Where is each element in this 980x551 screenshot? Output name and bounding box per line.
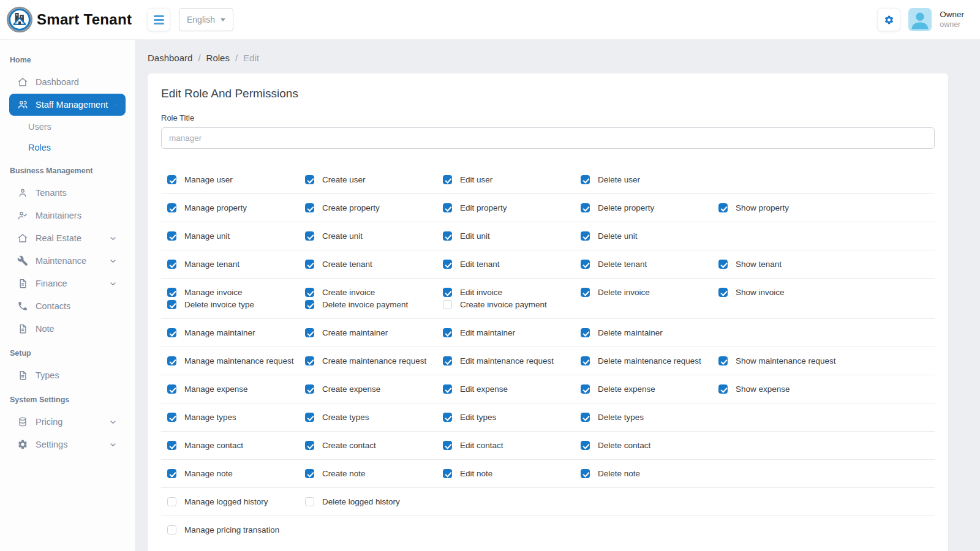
sidebar-item-dashboard[interactable]: Dashboard bbox=[9, 71, 126, 93]
checkbox-unchecked[interactable] bbox=[167, 497, 176, 506]
checkbox-checked[interactable] bbox=[305, 288, 314, 297]
checkbox-checked[interactable] bbox=[581, 384, 590, 394]
permission-show-property[interactable]: Show property bbox=[718, 203, 856, 212]
permission-show-maintenance-request[interactable]: Show maintenance request bbox=[718, 356, 856, 365]
permission-delete-types[interactable]: Delete types bbox=[581, 413, 718, 422]
permission-edit-tenant[interactable]: Edit tenant bbox=[443, 260, 581, 269]
permission-delete-tenant[interactable]: Delete tenant bbox=[581, 260, 718, 269]
checkbox-checked[interactable] bbox=[581, 175, 590, 184]
checkbox-checked[interactable] bbox=[443, 231, 452, 241]
sidebar-item-types[interactable]: Types bbox=[9, 364, 126, 386]
permission-edit-property[interactable]: Edit property bbox=[443, 203, 581, 212]
permission-edit-contact[interactable]: Edit contact bbox=[443, 441, 581, 450]
permission-delete-invoice-payment[interactable]: Delete invoice payment bbox=[305, 300, 443, 309]
checkbox-checked[interactable] bbox=[305, 469, 314, 478]
checkbox-checked[interactable] bbox=[718, 203, 728, 212]
checkbox-checked[interactable] bbox=[305, 328, 314, 337]
avatar[interactable] bbox=[908, 8, 932, 31]
checkbox-checked[interactable] bbox=[718, 260, 728, 269]
permission-create-types[interactable]: Create types bbox=[305, 413, 443, 422]
checkbox-checked[interactable] bbox=[718, 288, 728, 297]
sidebar-item-finance[interactable]: Finance bbox=[9, 272, 126, 294]
permission-delete-note[interactable]: Delete note bbox=[581, 469, 718, 478]
permission-create-property[interactable]: Create property bbox=[305, 203, 443, 212]
checkbox-checked[interactable] bbox=[167, 328, 176, 337]
checkbox-checked[interactable] bbox=[167, 203, 176, 212]
language-dropdown[interactable]: English bbox=[179, 8, 233, 31]
checkbox-checked[interactable] bbox=[581, 260, 590, 269]
sidebar-item-pricing[interactable]: Pricing bbox=[9, 411, 126, 433]
checkbox-checked[interactable] bbox=[305, 231, 314, 241]
checkbox-checked[interactable] bbox=[305, 175, 314, 184]
permission-show-expense[interactable]: Show expense bbox=[718, 384, 856, 394]
checkbox-checked[interactable] bbox=[167, 384, 176, 394]
checkbox-checked[interactable] bbox=[718, 356, 728, 365]
sidebar-item-note[interactable]: Note bbox=[9, 318, 126, 340]
sidebar-item-settings[interactable]: Settings bbox=[9, 433, 126, 455]
permission-create-contact[interactable]: Create contact bbox=[305, 441, 443, 450]
checkbox-checked[interactable] bbox=[305, 441, 314, 450]
permission-manage-pricing-transation[interactable]: Manage pricing transation bbox=[167, 525, 305, 534]
checkbox-checked[interactable] bbox=[581, 413, 590, 422]
checkbox-checked[interactable] bbox=[167, 413, 176, 422]
sidebar-subitem-users[interactable]: Users bbox=[0, 116, 135, 137]
permission-create-tenant[interactable]: Create tenant bbox=[305, 260, 443, 269]
checkbox-checked[interactable] bbox=[443, 469, 452, 478]
checkbox-checked[interactable] bbox=[305, 384, 314, 394]
permission-create-invoice[interactable]: Create invoice bbox=[305, 288, 443, 297]
permission-manage-contact[interactable]: Manage contact bbox=[167, 441, 305, 450]
permission-edit-note[interactable]: Edit note bbox=[443, 469, 581, 478]
checkbox-checked[interactable] bbox=[443, 384, 452, 394]
permission-create-expense[interactable]: Create expense bbox=[305, 384, 443, 394]
checkbox-checked[interactable] bbox=[581, 231, 590, 241]
checkbox-unchecked[interactable] bbox=[305, 497, 314, 506]
brand[interactable]: Smart Tenant bbox=[0, 0, 135, 40]
permission-delete-maintenance-request[interactable]: Delete maintenance request bbox=[581, 356, 718, 365]
permission-delete-expense[interactable]: Delete expense bbox=[581, 384, 718, 394]
permission-delete-maintainer[interactable]: Delete maintainer bbox=[581, 328, 718, 337]
checkbox-checked[interactable] bbox=[443, 356, 452, 365]
checkbox-checked[interactable] bbox=[305, 413, 314, 422]
permission-create-maintainer[interactable]: Create maintainer bbox=[305, 328, 443, 337]
menu-toggle-button[interactable] bbox=[147, 8, 170, 31]
checkbox-checked[interactable] bbox=[443, 413, 452, 422]
permission-manage-property[interactable]: Manage property bbox=[167, 203, 305, 212]
checkbox-checked[interactable] bbox=[443, 288, 452, 297]
permission-edit-invoice[interactable]: Edit invoice bbox=[443, 288, 581, 297]
checkbox-checked[interactable] bbox=[443, 441, 452, 450]
permission-edit-expense[interactable]: Edit expense bbox=[443, 384, 581, 394]
checkbox-checked[interactable] bbox=[581, 203, 590, 212]
permission-create-user[interactable]: Create user bbox=[305, 175, 443, 184]
checkbox-checked[interactable] bbox=[167, 260, 176, 269]
checkbox-checked[interactable] bbox=[167, 469, 176, 478]
checkbox-checked[interactable] bbox=[167, 175, 176, 184]
permission-manage-note[interactable]: Manage note bbox=[167, 469, 305, 478]
checkbox-checked[interactable] bbox=[305, 203, 314, 212]
checkbox-checked[interactable] bbox=[443, 203, 452, 212]
checkbox-checked[interactable] bbox=[581, 328, 590, 337]
sidebar-item-contacts[interactable]: Contacts bbox=[9, 295, 126, 317]
permission-manage-maintenance-request[interactable]: Manage maintenance request bbox=[167, 356, 305, 365]
checkbox-checked[interactable] bbox=[167, 300, 176, 309]
checkbox-checked[interactable] bbox=[718, 384, 728, 394]
checkbox-checked[interactable] bbox=[167, 356, 176, 365]
checkbox-checked[interactable] bbox=[305, 300, 314, 309]
permission-delete-property[interactable]: Delete property bbox=[581, 203, 718, 212]
checkbox-checked[interactable] bbox=[443, 260, 452, 269]
breadcrumb-dashboard[interactable]: Dashboard bbox=[148, 53, 192, 63]
checkbox-checked[interactable] bbox=[305, 356, 314, 365]
permission-manage-tenant[interactable]: Manage tenant bbox=[167, 260, 305, 269]
sidebar-subitem-roles[interactable]: Roles bbox=[0, 137, 135, 158]
checkbox-checked[interactable] bbox=[581, 288, 590, 297]
checkbox-checked[interactable] bbox=[305, 260, 314, 269]
permission-manage-maintainer[interactable]: Manage maintainer bbox=[167, 328, 305, 337]
permission-delete-user[interactable]: Delete user bbox=[581, 175, 718, 184]
checkbox-checked[interactable] bbox=[167, 231, 176, 241]
checkbox-unchecked[interactable] bbox=[167, 525, 176, 534]
permission-create-note[interactable]: Create note bbox=[305, 469, 443, 478]
checkbox-checked[interactable] bbox=[443, 328, 452, 337]
permission-delete-invoice-type[interactable]: Delete invoice type bbox=[167, 300, 305, 309]
sidebar-item-maintainers[interactable]: Maintainers bbox=[9, 204, 126, 227]
permission-delete-contact[interactable]: Delete contact bbox=[581, 441, 718, 450]
permission-edit-unit[interactable]: Edit unit bbox=[443, 231, 581, 241]
